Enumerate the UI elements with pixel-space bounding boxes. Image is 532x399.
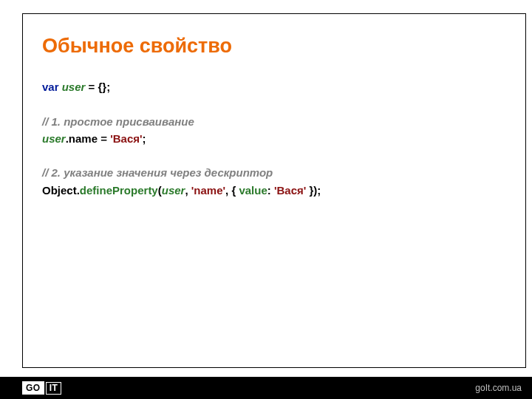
code-text: .name = [66,132,110,145]
logo-it: IT [46,382,62,395]
property-key: value [239,184,267,197]
slide-title: Обычное свойство [42,35,509,58]
logo-go: GO [22,381,44,395]
identifier-user: user [62,81,86,93]
code-text: , { [225,184,239,197]
comment: // 2. указание значения через дескриптор [42,166,273,179]
string-literal: 'Вася' [110,132,142,145]
identifier-user: user [162,184,185,197]
comment: // 1. простое присваивание [42,115,194,128]
code-line-blank [42,147,509,164]
string-literal: 'Вася' [274,184,306,197]
code-text: Object. [42,184,80,197]
code-text: = {}; [85,81,110,93]
keyword-var: var [42,81,62,93]
string-literal: 'name' [191,184,225,197]
identifier-user: user [42,132,66,145]
code-line-4: user.name = 'Вася'; [42,130,509,147]
code-text: : [267,184,274,197]
code-line-blank [42,95,509,112]
footer-link: goIt.com.ua [475,383,522,393]
slide-frame: Обычное свойство var user = {}; // 1. пр… [22,13,526,368]
code-line-1: var user = {}; [42,78,509,95]
footer-bar: GO IT goIt.com.ua [0,377,532,399]
code-line-6: // 2. указание значения через дескриптор [42,164,509,181]
code-block: var user = {}; // 1. простое присваивани… [42,78,509,199]
code-line-3: // 1. простое присваивание [42,113,509,130]
method-name: defineProperty [80,184,158,197]
code-line-7: Object.defineProperty(user, 'name', { va… [42,182,509,199]
code-text: }); [306,184,321,197]
logo: GO IT [22,377,61,399]
code-text: ; [143,132,146,145]
code-text: , [185,184,191,197]
